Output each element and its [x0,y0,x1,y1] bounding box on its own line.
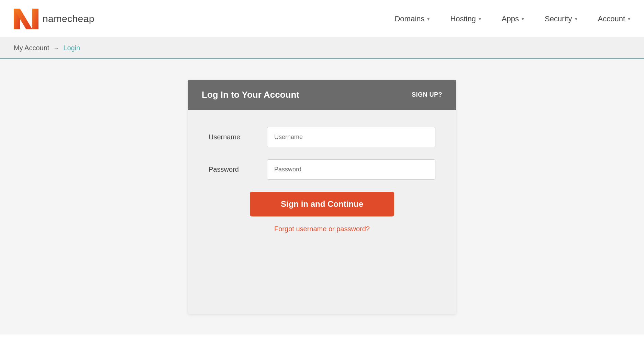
username-label: Username [209,133,257,141]
submit-area: Sign in and Continue Forgot username or … [209,192,435,233]
login-card: Log In to Your Account SIGN UP? Username… [188,80,456,314]
nav-apps-label: Apps [502,14,519,23]
logo-text: namecheap [43,13,95,24]
username-row: Username [209,127,435,147]
main-content: Log In to Your Account SIGN UP? Username… [0,59,644,334]
site-header: namecheap Domains ▾ Hosting ▾ Apps ▾ Sec… [0,0,644,38]
nav-domains-label: Domains [395,14,424,23]
nav-apps[interactable]: Apps ▾ [502,14,524,23]
logo-area: namecheap [14,9,395,29]
breadcrumb-arrow: → [54,45,59,51]
chevron-down-icon: ▾ [522,16,524,22]
nav-account-label: Account [598,14,625,23]
chevron-down-icon: ▾ [479,16,481,22]
forgot-password-link[interactable]: Forgot username or password? [274,225,370,233]
nav-domains[interactable]: Domains ▾ [395,14,430,23]
chevron-down-icon: ▾ [628,16,630,22]
password-input[interactable] [267,159,435,180]
card-title: Log In to Your Account [202,89,299,100]
chevron-down-icon: ▾ [575,16,577,22]
signin-button[interactable]: Sign in and Continue [250,192,394,216]
breadcrumb-current: Login [63,44,80,52]
namecheap-logo-icon[interactable] [14,9,38,29]
card-header: Log In to Your Account SIGN UP? [188,80,456,110]
nav-security[interactable]: Security ▾ [545,14,577,23]
signup-link[interactable]: SIGN UP? [412,91,442,98]
svg-marker-2 [32,9,38,29]
nav-hosting[interactable]: Hosting ▾ [450,14,481,23]
card-body: Username Password Sign in and Continue F… [188,110,456,254]
main-nav: Domains ▾ Hosting ▾ Apps ▾ Security ▾ Ac… [395,14,630,23]
password-label: Password [209,166,257,173]
breadcrumb-parent[interactable]: My Account [14,44,49,52]
password-row: Password [209,159,435,180]
nav-hosting-label: Hosting [450,14,476,23]
nav-account[interactable]: Account ▾ [598,14,631,23]
breadcrumb-bar: My Account → Login [0,38,644,59]
username-input[interactable] [267,127,435,147]
chevron-down-icon: ▾ [427,16,430,22]
nav-security-label: Security [545,14,572,23]
